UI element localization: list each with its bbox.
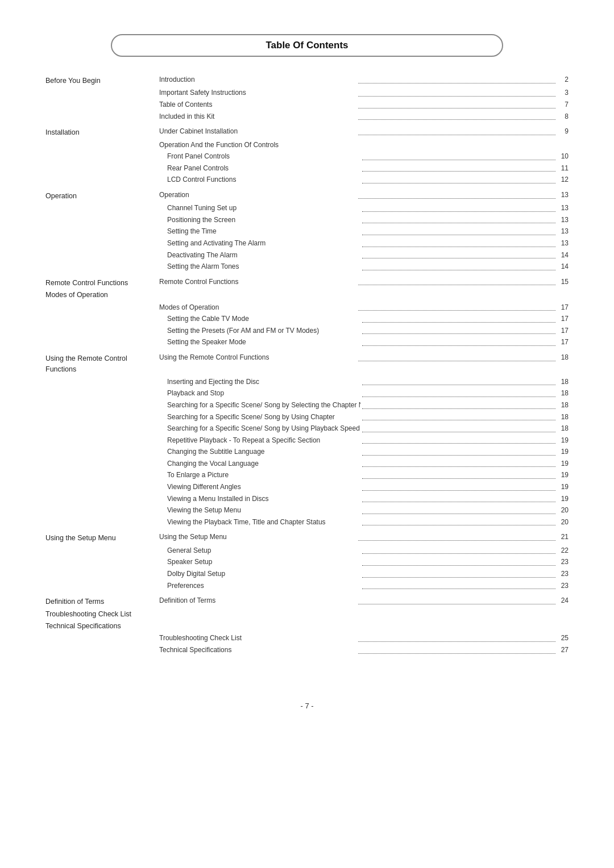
toc-row: Speaker Setup23 [45, 556, 569, 568]
entry-page: 12 [557, 174, 569, 185]
entry-dots [358, 99, 555, 108]
entry-dots [358, 74, 555, 84]
entry-dots [358, 352, 555, 361]
entry-page: 24 [557, 595, 569, 606]
toc-row: Using the Setup MenuUsing the Setup Menu… [45, 531, 569, 544]
entry-page: 10 [557, 151, 569, 162]
entry-dots [358, 302, 555, 311]
entry-title: Introduction [159, 74, 356, 85]
toc-row: Changing the Subtitle Language19 [45, 446, 569, 458]
toc-entry: Viewing a Menu Installed in Discs19 [159, 494, 569, 504]
entry-title: Searching for a Specific Scene/ Song by … [167, 412, 360, 423]
toc-entry: Changing the Vocal Language19 [159, 458, 569, 469]
entry-page: 13 [557, 203, 569, 214]
toc-row: Inserting and Ejecting the Disc18 [45, 376, 569, 388]
toc-row: General Setup22 [45, 545, 569, 557]
toc-entry: Channel Tuning Set up13 [159, 203, 569, 214]
entry-title: Setting the Speaker Mode [167, 337, 360, 348]
toc-entry: Inserting and Ejecting the Disc18 [159, 377, 569, 387]
toc-row: Modes of Operation17 [45, 302, 569, 314]
toc-row: Setting and Activating The Alarm13 [45, 237, 569, 249]
toc-row: Channel Tuning Set up13 [45, 202, 569, 214]
toc-entry: Included in this Kit8 [159, 111, 569, 122]
toc-row: Playback and Stop18 [45, 387, 569, 399]
toc-row: Dolby Digital Setup23 [45, 568, 569, 580]
entry-dots [362, 482, 555, 491]
toc-row: Searching for a Specific Scene/ Song by … [45, 399, 569, 411]
toc-row: To Enlarge a Picture19 [45, 469, 569, 481]
entry-dots [358, 87, 555, 97]
section-label: Troubleshooting Check List [45, 609, 159, 620]
toc-entry: Important Safety Instructions3 [159, 87, 569, 98]
entry-page: 14 [557, 261, 569, 272]
toc-row: Repetitive Playback - To Repeat a Specif… [45, 435, 569, 446]
entry-dots [362, 337, 555, 346]
entry-page: 14 [557, 250, 569, 261]
entry-title: Viewing the Playback Time, Title and Cha… [167, 517, 360, 528]
toc-row: Technical Specifications27 [45, 644, 569, 656]
toc-row: Viewing the Playback Time, Title and Cha… [45, 516, 569, 528]
toc-entry: Positioning the Screen13 [159, 215, 569, 226]
toc-row: Searching for a Specific Scene/ Song by … [45, 423, 569, 435]
entry-page: 27 [557, 645, 569, 656]
entry-title: Setting the Time [167, 226, 360, 237]
entry-page: 7 [557, 99, 569, 110]
toc-entry: Using the Remote Control Functions18 [159, 352, 569, 363]
entry-page: 18 [557, 377, 569, 387]
entry-dots [358, 645, 555, 654]
entry-title: Inserting and Ejecting the Disc [167, 377, 360, 387]
toc-row: InstallationUnder Cabinet Installation9 [45, 126, 569, 139]
toc-table: Before You BeginIntroduction2Important S… [45, 74, 569, 656]
toc-entry: Setting the Cable TV Mode17 [159, 314, 569, 324]
entry-title: Definition of Terms [159, 595, 356, 606]
entry-dots [362, 174, 555, 183]
entry-dots [358, 126, 555, 135]
entry-title: Remote Control Functions [159, 277, 356, 287]
toc-row: Before You BeginIntroduction2 [45, 74, 569, 87]
section-label: Using the Remote Control Functions [45, 353, 159, 375]
toc-entry: Playback and Stop18 [159, 388, 569, 399]
toc-entry: Setting the Presets (For AM and FM or TV… [159, 326, 569, 336]
toc-row: Setting the Cable TV Mode17 [45, 313, 569, 325]
entry-page: 20 [557, 517, 569, 528]
toc-entry: Viewing the Setup Menu20 [159, 505, 569, 516]
toc-entry: Remote Control Functions15 [159, 277, 569, 287]
toc-entry: Table of Contents7 [159, 99, 569, 110]
entry-dots [362, 517, 555, 526]
entry-page: 18 [557, 400, 569, 411]
entry-title: Setting and Activating The Alarm [167, 238, 360, 249]
entry-page: 23 [557, 581, 569, 591]
entry-title: Front Panel Controls [167, 151, 360, 162]
entry-dots [358, 595, 555, 604]
entry-page: 17 [557, 326, 569, 336]
entry-dots [358, 532, 555, 541]
entry-page: 21 [557, 532, 569, 542]
toc-entry: Deactivating The Alarm14 [159, 250, 569, 261]
entry-title: Viewing the Setup Menu [167, 505, 360, 516]
entry-title: General Setup [167, 545, 360, 556]
toc-entry: Dolby Digital Setup23 [159, 569, 569, 579]
entry-dots [362, 326, 555, 335]
entry-title: Searching for a Specific Scene/ Song by … [167, 400, 360, 411]
entry-dots [362, 261, 555, 270]
entry-title: To Enlarge a Picture [167, 470, 360, 481]
toc-entry: Searching for a Specific Scene/ Song by … [159, 412, 569, 423]
entry-title: Dolby Digital Setup [167, 569, 360, 579]
toc-entry: LCD Control Functions12 [159, 174, 569, 185]
entry-page: 23 [557, 557, 569, 567]
entry-page: 19 [557, 494, 569, 504]
section-label: Remote Control Functions [45, 278, 159, 289]
entry-page: 11 [557, 163, 569, 174]
toc-row: Operation And the Function Of Controls [45, 139, 569, 151]
entry-dots [362, 388, 555, 397]
toc-entry: Speaker Setup23 [159, 557, 569, 567]
toc-entry: Using the Setup Menu21 [159, 532, 569, 542]
toc-row: Included in this Kit8 [45, 111, 569, 123]
entry-title: Setting the Alarm Tones [167, 261, 360, 272]
entry-dots [362, 435, 555, 444]
entry-dots [358, 190, 555, 199]
entry-title: Changing the Vocal Language [167, 458, 360, 469]
toc-row: OperationOperation13 [45, 189, 569, 202]
entry-dots [362, 203, 555, 212]
section-label: Modes of Operation [45, 290, 159, 301]
